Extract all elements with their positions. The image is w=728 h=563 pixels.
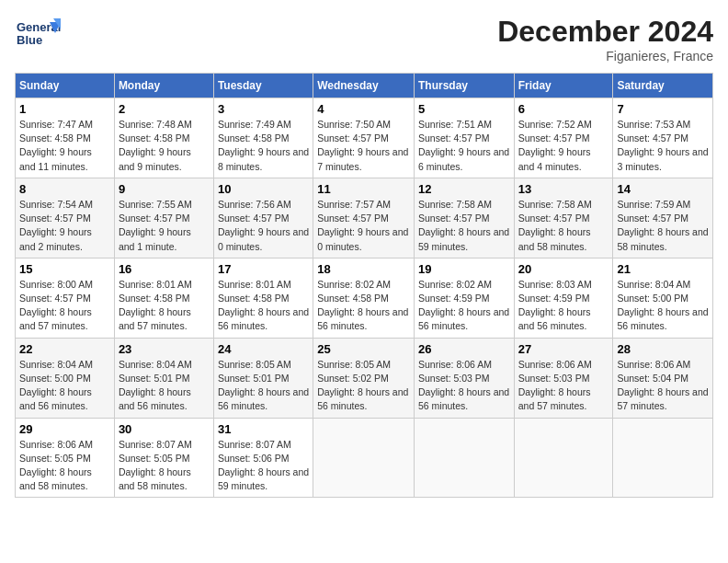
- calendar-day-cell: 4 Sunrise: 7:50 AMSunset: 4:57 PMDayligh…: [313, 98, 415, 178]
- day-info: Sunrise: 8:05 AMSunset: 5:01 PMDaylight:…: [218, 359, 309, 412]
- calendar-day-cell: 9 Sunrise: 7:55 AMSunset: 4:57 PMDayligh…: [114, 178, 213, 258]
- day-number: 7: [617, 102, 709, 116]
- day-number: 14: [617, 182, 709, 196]
- weekday-header-cell: Thursday: [414, 74, 514, 98]
- day-number: 27: [518, 342, 609, 356]
- title-block: December 2024 Figanieres, France: [497, 15, 713, 63]
- day-info: Sunrise: 8:04 AMSunset: 5:00 PMDaylight:…: [617, 279, 708, 332]
- month-title: December 2024: [497, 15, 713, 49]
- day-number: 4: [317, 102, 410, 116]
- day-info: Sunrise: 7:53 AMSunset: 4:57 PMDaylight:…: [617, 119, 708, 172]
- day-number: 29: [19, 422, 110, 436]
- day-number: 9: [119, 182, 210, 196]
- weekday-header-row: SundayMondayTuesdayWednesdayThursdayFrid…: [16, 74, 713, 98]
- day-number: 15: [19, 262, 110, 276]
- day-info: Sunrise: 8:00 AMSunset: 4:57 PMDaylight:…: [19, 279, 93, 332]
- calendar-day-cell: 20 Sunrise: 8:03 AMSunset: 4:59 PMDaylig…: [514, 258, 613, 338]
- day-number: 24: [218, 342, 309, 356]
- day-number: 8: [19, 182, 110, 196]
- day-info: Sunrise: 8:05 AMSunset: 5:02 PMDaylight:…: [317, 359, 408, 412]
- calendar-table: SundayMondayTuesdayWednesdayThursdayFrid…: [15, 73, 713, 498]
- day-number: 3: [218, 102, 309, 116]
- calendar-day-cell: 15 Sunrise: 8:00 AMSunset: 4:57 PMDaylig…: [16, 258, 115, 338]
- day-info: Sunrise: 8:02 AMSunset: 4:58 PMDaylight:…: [317, 279, 408, 332]
- day-info: Sunrise: 7:59 AMSunset: 4:57 PMDaylight:…: [617, 199, 708, 252]
- calendar-day-cell: 1 Sunrise: 7:47 AMSunset: 4:58 PMDayligh…: [16, 98, 115, 178]
- calendar-day-cell: 23 Sunrise: 8:04 AMSunset: 5:01 PMDaylig…: [114, 338, 213, 418]
- day-number: 19: [418, 262, 510, 276]
- calendar-day-cell: 25 Sunrise: 8:05 AMSunset: 5:02 PMDaylig…: [313, 338, 415, 418]
- day-number: 6: [518, 102, 609, 116]
- day-number: 25: [317, 342, 410, 356]
- day-number: 22: [19, 342, 110, 356]
- day-info: Sunrise: 8:06 AMSunset: 5:04 PMDaylight:…: [617, 359, 708, 412]
- logo-icon: General Blue: [15, 15, 61, 52]
- calendar-day-cell: 21 Sunrise: 8:04 AMSunset: 5:00 PMDaylig…: [613, 258, 713, 338]
- day-info: Sunrise: 8:02 AMSunset: 4:59 PMDaylight:…: [418, 279, 509, 332]
- day-info: Sunrise: 7:58 AMSunset: 4:57 PMDaylight:…: [418, 199, 509, 252]
- weekday-header-cell: Friday: [514, 74, 613, 98]
- day-info: Sunrise: 7:58 AMSunset: 4:57 PMDaylight:…: [518, 199, 592, 252]
- day-number: 17: [218, 262, 309, 276]
- calendar-day-cell: 2 Sunrise: 7:48 AMSunset: 4:58 PMDayligh…: [114, 98, 213, 178]
- day-info: Sunrise: 8:01 AMSunset: 4:58 PMDaylight:…: [218, 279, 309, 332]
- calendar-day-cell: 17 Sunrise: 8:01 AMSunset: 4:58 PMDaylig…: [213, 258, 313, 338]
- day-number: 13: [518, 182, 609, 196]
- day-info: Sunrise: 7:48 AMSunset: 4:58 PMDaylight:…: [119, 119, 192, 172]
- day-info: Sunrise: 7:51 AMSunset: 4:57 PMDaylight:…: [418, 119, 509, 172]
- calendar-week-row: 8 Sunrise: 7:54 AMSunset: 4:57 PMDayligh…: [16, 178, 713, 258]
- calendar-day-cell: 28 Sunrise: 8:06 AMSunset: 5:04 PMDaylig…: [613, 338, 713, 418]
- calendar-day-cell: 3 Sunrise: 7:49 AMSunset: 4:58 PMDayligh…: [213, 98, 313, 178]
- calendar-day-cell: 31 Sunrise: 8:07 AMSunset: 5:06 PMDaylig…: [213, 418, 313, 498]
- day-info: Sunrise: 8:07 AMSunset: 5:06 PMDaylight:…: [218, 439, 309, 492]
- day-number: 21: [617, 262, 709, 276]
- day-number: 16: [119, 262, 210, 276]
- calendar-week-row: 29 Sunrise: 8:06 AMSunset: 5:05 PMDaylig…: [16, 418, 713, 498]
- day-info: Sunrise: 7:56 AMSunset: 4:57 PMDaylight:…: [218, 199, 309, 252]
- weekday-header-cell: Sunday: [16, 74, 115, 98]
- calendar-day-cell: 27 Sunrise: 8:06 AMSunset: 5:03 PMDaylig…: [514, 338, 613, 418]
- calendar-day-cell: 8 Sunrise: 7:54 AMSunset: 4:57 PMDayligh…: [16, 178, 115, 258]
- day-info: Sunrise: 7:47 AMSunset: 4:58 PMDaylight:…: [19, 119, 93, 172]
- calendar-day-cell: [414, 418, 514, 498]
- page-header: General Blue December 2024 Figanieres, F…: [15, 15, 713, 63]
- calendar-day-cell: [613, 418, 713, 498]
- calendar-day-cell: 12 Sunrise: 7:58 AMSunset: 4:57 PMDaylig…: [414, 178, 514, 258]
- day-number: 30: [119, 422, 210, 436]
- day-info: Sunrise: 7:49 AMSunset: 4:58 PMDaylight:…: [218, 119, 309, 172]
- day-number: 2: [119, 102, 210, 116]
- calendar-day-cell: [313, 418, 415, 498]
- svg-text:Blue: Blue: [17, 33, 42, 47]
- day-info: Sunrise: 7:55 AMSunset: 4:57 PMDaylight:…: [119, 199, 192, 252]
- calendar-day-cell: 13 Sunrise: 7:58 AMSunset: 4:57 PMDaylig…: [514, 178, 613, 258]
- location-title: Figanieres, France: [497, 49, 713, 63]
- day-number: 31: [218, 422, 309, 436]
- calendar-day-cell: 30 Sunrise: 8:07 AMSunset: 5:05 PMDaylig…: [114, 418, 213, 498]
- calendar-day-cell: 19 Sunrise: 8:02 AMSunset: 4:59 PMDaylig…: [414, 258, 514, 338]
- day-info: Sunrise: 7:52 AMSunset: 4:57 PMDaylight:…: [518, 119, 592, 172]
- day-number: 26: [418, 342, 510, 356]
- day-number: 11: [317, 182, 410, 196]
- calendar-day-cell: 29 Sunrise: 8:06 AMSunset: 5:05 PMDaylig…: [16, 418, 115, 498]
- calendar-week-row: 1 Sunrise: 7:47 AMSunset: 4:58 PMDayligh…: [16, 98, 713, 178]
- calendar-day-cell: 5 Sunrise: 7:51 AMSunset: 4:57 PMDayligh…: [414, 98, 514, 178]
- day-info: Sunrise: 8:04 AMSunset: 5:01 PMDaylight:…: [119, 359, 192, 412]
- day-info: Sunrise: 7:57 AMSunset: 4:57 PMDaylight:…: [317, 199, 408, 252]
- weekday-header-cell: Monday: [114, 74, 213, 98]
- calendar-day-cell: [514, 418, 613, 498]
- calendar-day-cell: 22 Sunrise: 8:04 AMSunset: 5:00 PMDaylig…: [16, 338, 115, 418]
- weekday-header-cell: Tuesday: [213, 74, 313, 98]
- day-number: 10: [218, 182, 309, 196]
- weekday-header-cell: Wednesday: [313, 74, 415, 98]
- calendar-day-cell: 10 Sunrise: 7:56 AMSunset: 4:57 PMDaylig…: [213, 178, 313, 258]
- day-number: 23: [119, 342, 210, 356]
- day-number: 20: [518, 262, 609, 276]
- day-info: Sunrise: 8:03 AMSunset: 4:59 PMDaylight:…: [518, 279, 592, 332]
- day-info: Sunrise: 7:54 AMSunset: 4:57 PMDaylight:…: [19, 199, 93, 252]
- day-info: Sunrise: 8:06 AMSunset: 5:03 PMDaylight:…: [418, 359, 509, 412]
- day-number: 1: [19, 102, 110, 116]
- day-number: 12: [418, 182, 510, 196]
- day-info: Sunrise: 8:06 AMSunset: 5:05 PMDaylight:…: [19, 439, 93, 492]
- day-info: Sunrise: 7:50 AMSunset: 4:57 PMDaylight:…: [317, 119, 408, 172]
- calendar-day-cell: 14 Sunrise: 7:59 AMSunset: 4:57 PMDaylig…: [613, 178, 713, 258]
